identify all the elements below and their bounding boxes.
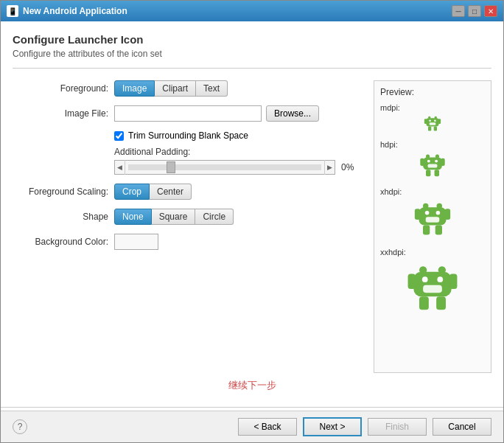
continue-link[interactable]: 继续下一步 [228,380,276,391]
footer-divider [1,407,503,408]
trim-label: Trim Surrounding Blank Space [128,130,248,141]
window-controls: ─ □ ✕ [452,5,497,17]
image-file-label: Image File: [13,108,108,119]
svg-rect-35 [419,296,429,310]
preview-mdpi-label: mdpi: [380,103,400,112]
back-button[interactable]: < Back [238,418,297,436]
shape-button-group: None Square Circle [114,209,234,225]
window-title: New Android Application [23,6,452,16]
application-window: 📱 New Android Application ─ □ ✕ Configur… [0,0,504,443]
svg-point-27 [425,211,430,215]
shape-square-button[interactable]: Square [152,209,196,225]
svg-rect-24 [445,209,450,220]
svg-rect-26 [435,225,442,234]
image-file-row: Image File: launcher_icon Browse... [13,105,365,122]
minimize-button[interactable]: ─ [452,5,465,17]
foreground-clipart-button[interactable]: Clipart [155,80,196,97]
main-content: Configure Launcher Icon Configure the at… [1,21,503,404]
maximize-button[interactable]: □ [468,5,481,17]
scaling-row: Foreground Scaling: Crop Center [13,184,365,200]
trim-checkbox-row: Trim Surrounding Blank Space [114,130,365,141]
cancel-button[interactable]: Cancel [433,418,491,436]
page-header: Configure Launcher Icon Configure the at… [13,33,491,59]
preview-xxhdpi-section: xxhdpi: [380,248,485,326]
footer-buttons: ? < Back Next > Finish Cancel [1,411,503,442]
svg-point-18 [435,160,438,163]
svg-rect-2 [426,118,438,126]
scaling-label: Foreground Scaling: [13,186,108,197]
shape-label: Shape [13,212,108,222]
scaling-button-group: Crop Center [114,184,192,200]
svg-rect-34 [449,273,457,289]
preview-hdpi-section: hdpi: [380,140,485,187]
svg-rect-39 [423,285,442,293]
page-subtitle: Configure the attributes of the icon set [13,49,491,59]
scaling-center-button[interactable]: Center [150,184,192,200]
preview-title: Preview: [380,87,414,97]
shape-circle-button[interactable]: Circle [195,209,234,225]
svg-rect-4 [438,119,441,124]
page-title: Configure Launcher Icon [13,33,491,46]
slider-pct: 0% [341,162,354,172]
finish-button[interactable]: Finish [368,418,427,436]
svg-rect-14 [441,158,445,166]
preview-hdpi-container [380,150,485,181]
svg-point-17 [427,160,430,163]
continue-link-container: 继续下一步 [13,379,491,392]
main-area: Foreground: Image Clipart Text Image Fil… [13,80,491,373]
svg-point-7 [429,119,431,122]
preview-xhdpi-label: xhdpi: [380,187,402,196]
bg-color-picker[interactable] [114,234,158,250]
shape-row: Shape None Square Circle [13,209,365,225]
preview-hdpi-label: hdpi: [380,140,398,149]
slider-row: ◀ ▶ 0% [114,160,365,175]
slider-left-arrow[interactable]: ◀ [115,160,125,175]
foreground-image-button[interactable]: Image [114,80,155,97]
preview-mdpi-section: mdpi: [380,103,485,140]
help-button[interactable]: ? [13,419,27,434]
slider-thumb[interactable] [167,161,175,173]
svg-rect-15 [426,170,430,176]
scaling-crop-button[interactable]: Crop [114,184,150,200]
svg-rect-33 [408,273,416,289]
foreground-text-button[interactable]: Text [196,80,228,97]
additional-padding-label: Additional Padding: [114,147,190,157]
slider-track[interactable] [128,164,321,170]
svg-rect-12 [423,157,442,170]
preview-xhdpi-container [380,198,485,242]
svg-rect-16 [435,170,439,176]
foreground-label: Foreground: [13,83,108,94]
android-robot-xhdpi [413,198,452,242]
preview-area: Preview: mdpi: [374,80,491,373]
svg-rect-23 [415,209,420,220]
svg-point-38 [437,276,443,282]
svg-point-8 [434,119,436,122]
header-divider [13,68,491,69]
svg-point-28 [436,211,441,215]
bg-color-row: Background Color: [13,234,365,250]
browse-button[interactable]: Browse... [266,105,319,122]
close-button[interactable]: ✕ [484,5,497,17]
trim-checkbox[interactable] [114,131,124,141]
svg-rect-3 [424,119,427,124]
foreground-row: Foreground: Image Clipart Text [13,80,365,97]
image-file-input[interactable]: launcher_icon [114,105,262,122]
slider-right-arrow[interactable]: ▶ [324,160,335,175]
title-bar: 📱 New Android Application ─ □ ✕ [1,1,503,21]
svg-point-37 [422,276,428,282]
next-button[interactable]: Next > [303,417,362,436]
preview-mdpi-container [380,114,485,134]
form-area: Foreground: Image Clipart Text Image Fil… [13,80,365,373]
shape-none-button[interactable]: None [114,209,152,225]
bg-color-label: Background Color: [13,237,108,247]
svg-rect-5 [428,126,431,130]
svg-rect-25 [423,225,430,234]
foreground-button-group: Image Clipart Text [114,80,228,97]
slider-container: ◀ ▶ [114,160,335,175]
svg-rect-22 [419,207,446,225]
svg-rect-9 [430,122,436,125]
additional-padding-row: Additional Padding: [114,147,365,157]
android-robot-xxhdpi [406,258,459,320]
preview-xxhdpi-container [380,258,485,320]
svg-rect-19 [428,164,438,167]
